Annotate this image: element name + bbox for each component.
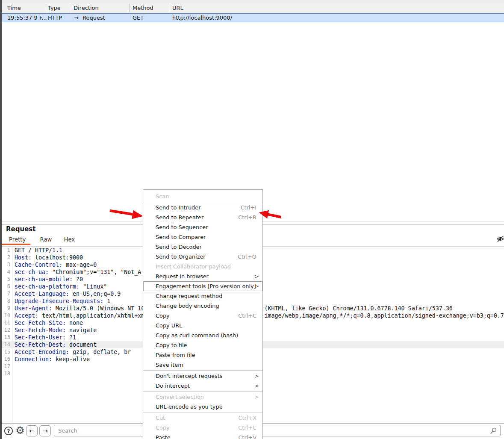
submenu-chevron-icon: > bbox=[254, 371, 259, 381]
tab-raw[interactable]: Raw bbox=[40, 236, 52, 244]
menu-item-paste-from-file[interactable]: Paste from file bbox=[143, 350, 262, 360]
header-value: 1 bbox=[103, 298, 110, 304]
request-tabs: PrettyRawHex bbox=[9, 236, 75, 244]
menu-item-don-t-intercept-requests[interactable]: Don't intercept requests> bbox=[143, 371, 262, 381]
menu-item-paste[interactable]: PasteCtrl+V bbox=[143, 433, 262, 439]
column-header-time[interactable]: Time bbox=[7, 5, 21, 11]
menu-item-request-in-browser[interactable]: Request in browser> bbox=[143, 271, 262, 281]
line-number: 8 bbox=[2, 298, 10, 305]
menu-item-copy-url[interactable]: Copy URL bbox=[143, 321, 262, 330]
table-top-strip bbox=[2, 0, 504, 3]
menu-item-convert-selection: Convert selection> bbox=[143, 392, 262, 402]
header-name: Sec-Fetch-Mode: bbox=[15, 327, 66, 333]
column-header-method[interactable]: Method bbox=[133, 5, 153, 11]
tab-pretty-selected[interactable]: Pretty bbox=[9, 236, 26, 244]
cell-type: HTTP bbox=[48, 15, 62, 21]
tab-hex[interactable]: Hex bbox=[64, 236, 75, 244]
header-value: none bbox=[66, 320, 83, 326]
forward-button[interactable]: → bbox=[39, 425, 51, 436]
header-value: localhost:9000 bbox=[32, 254, 83, 261]
cell-time: 19:55:37 9 F... bbox=[7, 15, 47, 21]
submenu-chevron-icon: > bbox=[254, 392, 259, 402]
help-icon[interactable]: ? bbox=[4, 426, 13, 436]
menu-item-label: Send to Comparer bbox=[156, 234, 256, 240]
history-table-header: Time Type Direction Method URL bbox=[2, 3, 504, 13]
line-number: 12 bbox=[2, 327, 10, 334]
menu-item-copy-as-curl-command-bash[interactable]: Copy as curl command (bash) bbox=[143, 330, 262, 340]
request-panel-title: Request bbox=[6, 225, 35, 233]
menu-item-shortcut: Ctrl+O bbox=[238, 253, 256, 260]
cell-url: http://localhost:9000/ bbox=[172, 15, 232, 21]
header-value: keep-alive bbox=[52, 356, 90, 362]
line-number: 14 bbox=[2, 341, 10, 348]
menu-item-label: URL-encode as you type bbox=[156, 404, 256, 410]
menu-item-url-encode-as-you-type[interactable]: URL-encode as you type bbox=[143, 402, 262, 412]
line-number: 13 bbox=[2, 334, 10, 341]
menu-item-label: Copy bbox=[156, 312, 233, 319]
menu-item-shortcut: Ctrl+C bbox=[238, 424, 256, 431]
menu-item-do-intercept[interactable]: Do intercept> bbox=[143, 381, 262, 391]
settings-gear-icon[interactable]: ⚙ bbox=[15, 424, 26, 436]
menu-item-send-to-organizer[interactable]: Send to OrganizerCtrl+O bbox=[143, 252, 262, 262]
header-value: gzip, deflate, br bbox=[69, 349, 131, 355]
menu-item-copy[interactable]: CopyCtrl+C bbox=[143, 311, 262, 321]
header-name: Sec-Fetch-Site: bbox=[15, 320, 66, 326]
column-header-type[interactable]: Type bbox=[48, 5, 61, 11]
menu-item-label: Save item bbox=[156, 362, 256, 368]
menu-item-label: Convert selection bbox=[156, 394, 256, 400]
submenu-chevron-icon: > bbox=[254, 381, 259, 391]
menu-item-send-to-comparer[interactable]: Send to Comparer bbox=[143, 232, 262, 242]
menu-item-cut: CutCtrl+X bbox=[143, 413, 262, 423]
menu-separator bbox=[143, 391, 262, 392]
menu-item-label: Cut bbox=[156, 415, 233, 421]
menu-item-label: Change request method bbox=[156, 293, 256, 299]
menu-item-scan: Scan bbox=[143, 192, 262, 201]
menu-item-send-to-sequencer[interactable]: Send to Sequencer bbox=[143, 222, 262, 232]
menu-item-send-to-repeater[interactable]: Send to RepeaterCtrl+R bbox=[143, 212, 262, 222]
menu-item-label: Copy URL bbox=[156, 322, 256, 329]
menu-item-label: Do intercept bbox=[156, 383, 256, 389]
header-name: sec-ch-ua-platform: bbox=[15, 283, 80, 290]
header-name: Sec-Fetch-User: bbox=[15, 334, 66, 341]
line-number: 6 bbox=[2, 283, 10, 290]
menu-item-label: Paste bbox=[156, 434, 233, 439]
menu-item-shortcut: Ctrl+I bbox=[240, 204, 256, 211]
menu-item-shortcut: Ctrl+X bbox=[238, 415, 256, 421]
menu-item-label: Don't intercept requests bbox=[156, 373, 256, 379]
column-header-url[interactable]: URL bbox=[172, 5, 183, 11]
header-name: Accept: bbox=[15, 312, 38, 319]
menu-separator bbox=[143, 412, 262, 412]
column-header-direction[interactable]: Direction bbox=[74, 5, 99, 11]
header-name: sec-ch-ua: bbox=[15, 269, 49, 275]
submenu-chevron-icon: > bbox=[254, 271, 259, 281]
history-table-row-selected[interactable]: 19:55:37 9 F... HTTP → Request GET http:… bbox=[2, 13, 504, 22]
eye-slash-icon[interactable] bbox=[496, 235, 504, 243]
annotation-arrow-icon bbox=[109, 205, 144, 222]
menu-item-copy-to-file[interactable]: Copy to file bbox=[143, 340, 262, 350]
header-value: max-age=0 bbox=[62, 262, 97, 268]
menu-item-label: Paste from file bbox=[156, 352, 256, 358]
column-divider bbox=[46, 4, 46, 12]
menu-item-copy: CopyCtrl+C bbox=[143, 423, 262, 433]
menu-item-label: Copy to file bbox=[156, 342, 256, 348]
search-input[interactable] bbox=[54, 425, 501, 436]
line-number: 11 bbox=[2, 319, 10, 327]
menu-item-save-item[interactable]: Save item bbox=[143, 360, 262, 370]
menu-item-send-to-decoder[interactable]: Send to Decoder bbox=[143, 242, 262, 252]
line-number: 1 bbox=[2, 247, 10, 254]
menu-item-engagement-tools-pro-version-only[interactable]: Engagement tools [Pro version only]> bbox=[143, 281, 262, 291]
header-name: User-Agent: bbox=[15, 305, 52, 312]
menu-item-change-body-encoding[interactable]: Change body encoding bbox=[143, 301, 262, 311]
menu-item-label: Send to Sequencer bbox=[156, 224, 256, 230]
menu-item-shortcut: Ctrl+C bbox=[238, 312, 256, 319]
menu-item-change-request-method[interactable]: Change request method bbox=[143, 291, 262, 301]
selected-tab-underline bbox=[2, 244, 30, 245]
line-number: 15 bbox=[2, 348, 10, 356]
header-name: Accept-Language: bbox=[15, 291, 69, 297]
column-divider bbox=[129, 4, 130, 12]
back-button[interactable]: ← bbox=[26, 425, 38, 436]
menu-item-send-to-intruder[interactable]: Send to IntruderCtrl+I bbox=[143, 203, 262, 212]
cell-method: GET bbox=[133, 15, 144, 21]
menu-item-label: Copy bbox=[156, 424, 233, 431]
menu-item-insert-collaborator-payload: Insert Collaborator payload bbox=[143, 262, 262, 271]
